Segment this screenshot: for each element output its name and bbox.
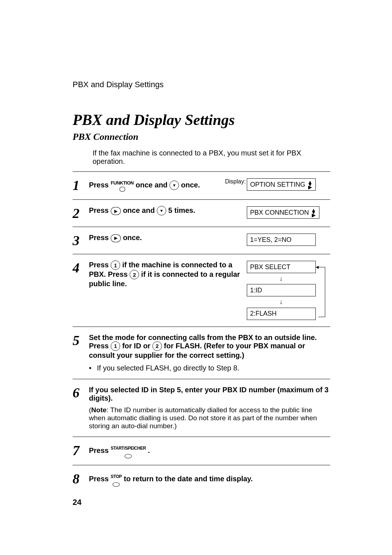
- step-text: If you selected ID in Step 5, enter your…: [89, 386, 330, 430]
- step-text: Press START/SPEICHER .: [89, 443, 330, 458]
- step-number: 5: [73, 333, 89, 347]
- step-2: 2 Press ▶ once and ▼ 5 times. PBX CONNEC…: [73, 200, 330, 227]
- step-text: Press STOP to return to the date and tim…: [89, 472, 330, 487]
- text: .: [148, 446, 150, 454]
- step-text: Set the mode for connecting calls from t…: [89, 333, 330, 372]
- lcd-text: 1=YES, 2=NO: [250, 236, 291, 244]
- stop-key-icon: STOP: [111, 472, 122, 487]
- page-title: PBX and Display Settings: [73, 111, 330, 129]
- key-label: START/SPEICHER: [111, 446, 146, 451]
- down-arrow-key-icon: ▼: [157, 206, 166, 215]
- text: once and: [136, 181, 170, 189]
- lcd-text: PBX SELECT: [250, 263, 290, 271]
- step-text: Press ▶ once.: [89, 234, 247, 242]
- step-4: 4 Press 1 if the machine is connected to…: [73, 254, 330, 327]
- lcd-readout: PBX SELECT: [247, 261, 316, 273]
- lcd-text: 1:ID: [250, 287, 262, 294]
- step-3: 3 Press ▶ once. 1=YES, 2=NO: [73, 227, 330, 254]
- note-label: Note: [91, 406, 106, 414]
- lcd-readout: 1:ID: [247, 284, 316, 296]
- text: Press: [89, 234, 111, 242]
- step-5: 5 Set the mode for connecting calls from…: [73, 327, 330, 379]
- display-column: Display: OPTION SETTING ▲▼▶: [247, 178, 330, 191]
- step-bullet: If you selected FLASH, go directly to St…: [89, 364, 330, 372]
- text: Press: [89, 261, 111, 269]
- text: once.: [123, 234, 142, 242]
- lcd-readout: OPTION SETTING ▲▼▶: [247, 178, 316, 191]
- display-column: 1=YES, 2=NO: [247, 234, 330, 246]
- step-8: 8 Press STOP to return to the date and t…: [73, 465, 330, 493]
- lcd-readout: 1=YES, 2=NO: [247, 234, 316, 246]
- scroll-arrows-icon: ▲▼▶: [307, 181, 313, 189]
- lcd-readout: PBX CONNECTION ▲▼▶: [247, 206, 319, 219]
- step-number: 3: [73, 234, 89, 247]
- text: Press: [89, 446, 111, 454]
- key-label: FUNKTION: [111, 180, 134, 186]
- step-note: (Note: The ID number is automatically di…: [89, 406, 330, 430]
- key-1-icon: 1: [111, 260, 120, 270]
- step-number: 1: [73, 178, 89, 192]
- text: Press: [89, 181, 111, 189]
- lcd-text: OPTION SETTING: [250, 181, 305, 189]
- steps-list: 1 Press FUNKTION once and ▼ once. Displa…: [73, 171, 330, 493]
- text: once and: [123, 206, 157, 214]
- arrow-down-icon: ↓: [279, 299, 283, 304]
- text: Press: [89, 475, 111, 483]
- lcd-text: PBX CONNECTION: [250, 209, 309, 216]
- running-header: PBX and Display Settings: [73, 80, 330, 89]
- text: If you selected ID in Step 5, enter your…: [89, 386, 328, 402]
- key-2-icon: 2: [152, 341, 162, 351]
- step-number: 6: [73, 386, 89, 400]
- step-number: 4: [73, 261, 89, 275]
- text: once.: [181, 181, 200, 189]
- step-1: 1 Press FUNKTION once and ▼ once. Displa…: [73, 172, 330, 200]
- key-1-icon: 1: [111, 341, 120, 351]
- key-label: STOP: [111, 474, 122, 479]
- step-text: Press ▶ once and ▼ 5 times.: [89, 206, 247, 216]
- document-page: PBX and Display Settings PBX and Display…: [0, 0, 392, 507]
- arrow-down-icon: ↓: [279, 276, 283, 281]
- step-text: Press 1 if the machine is connected to a…: [89, 261, 247, 288]
- key-2-icon: 2: [130, 270, 139, 279]
- page-number: 24: [73, 498, 330, 507]
- step-6: 6 If you selected ID in Step 5, enter yo…: [73, 379, 330, 437]
- funktion-key-icon: FUNKTION: [111, 178, 134, 193]
- lcd-text: 2:FLASH: [250, 310, 277, 317]
- display-column: PBX CONNECTION ▲▼▶: [247, 206, 330, 219]
- step-text: Press FUNKTION once and ▼ once.: [89, 178, 247, 193]
- step-number: 2: [73, 206, 89, 220]
- section-subtitle: PBX Connection: [73, 131, 330, 142]
- right-arrow-key-icon: ▶: [111, 207, 121, 215]
- down-arrow-key-icon: ▼: [170, 181, 179, 190]
- scroll-arrows-icon: ▲▼▶: [311, 209, 316, 216]
- step-7: 7 Press START/SPEICHER .: [73, 437, 330, 465]
- loop-back-arrow: [318, 267, 325, 317]
- text: 5 times.: [168, 206, 195, 214]
- step-number: 8: [73, 472, 89, 486]
- lcd-readout: 2:FLASH: [247, 308, 316, 320]
- text: to return to the date and time display.: [124, 475, 253, 483]
- text: for ID or: [122, 342, 152, 350]
- display-column: PBX SELECT ↓ 1:ID ↓ 2:FLASH: [247, 261, 330, 320]
- start-speicher-key-icon: START/SPEICHER: [111, 443, 146, 458]
- step-number: 7: [73, 443, 89, 457]
- intro-text: If the fax machine is connected to a PBX…: [93, 149, 330, 166]
- note-text: : The ID number is automatically dialled…: [89, 406, 317, 430]
- text: for FLASH. (Refer to your PBX manual or …: [89, 342, 305, 359]
- right-arrow-key-icon: ▶: [111, 234, 121, 242]
- text: Press: [89, 206, 111, 214]
